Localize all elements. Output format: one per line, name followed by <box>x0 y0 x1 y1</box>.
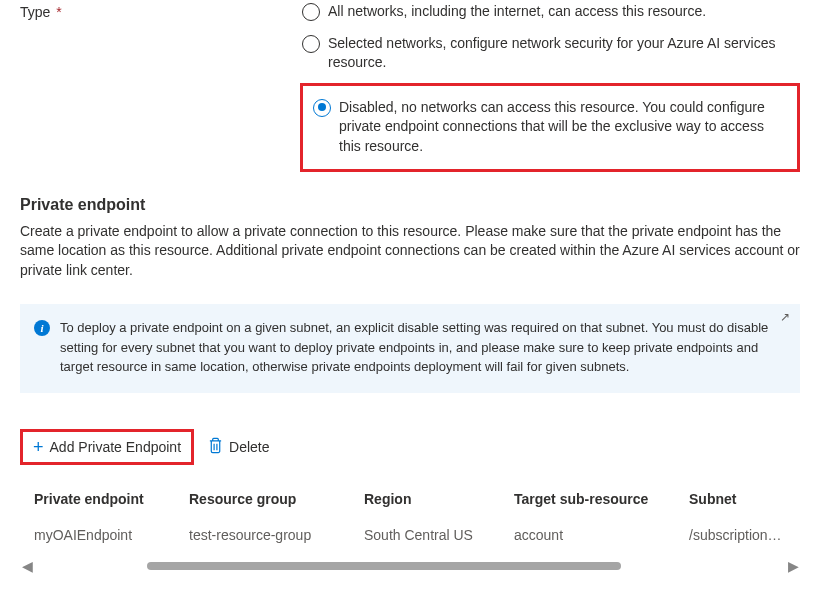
type-field-row: Type * All networks, including the inter… <box>20 0 800 172</box>
delete-button-label: Delete <box>229 439 269 455</box>
radio-circle-icon <box>302 35 320 53</box>
delete-button[interactable]: Delete <box>200 433 277 461</box>
table-row[interactable]: myOAIEndpoint test-resource-group South … <box>20 517 800 553</box>
cell-target: account <box>514 527 689 543</box>
type-label: Type * <box>20 0 300 20</box>
radio-label-all: All networks, including the internet, ca… <box>328 2 798 22</box>
info-banner: i To deploy a private endpoint on a give… <box>20 304 800 393</box>
radio-circle-icon <box>302 3 320 21</box>
info-text: To deploy a private endpoint on a given … <box>60 318 782 377</box>
scroll-right-arrow-icon[interactable]: ▶ <box>786 558 800 574</box>
radio-circle-selected-icon <box>313 99 331 117</box>
info-icon: i <box>34 320 50 336</box>
col-header-target[interactable]: Target sub-resource <box>514 491 689 507</box>
radio-option-selected-networks[interactable]: Selected networks, configure network sec… <box>300 32 800 75</box>
private-endpoint-description: Create a private endpoint to allow a pri… <box>20 222 800 281</box>
private-endpoint-heading: Private endpoint <box>20 196 800 214</box>
radio-option-all-networks[interactable]: All networks, including the internet, ca… <box>300 0 800 24</box>
cell-private-endpoint: myOAIEndpoint <box>34 527 189 543</box>
required-indicator: * <box>56 4 61 20</box>
table-header-row: Private endpoint Resource group Region T… <box>20 481 800 517</box>
private-endpoint-toolbar: + Add Private Endpoint Delete <box>20 429 800 465</box>
private-endpoint-table: Private endpoint Resource group Region T… <box>20 481 800 553</box>
col-header-resource-group[interactable]: Resource group <box>189 491 364 507</box>
col-header-private-endpoint[interactable]: Private endpoint <box>34 491 189 507</box>
cell-subnet: /subscriptions/XXXX- <box>689 527 786 543</box>
add-button-label: Add Private Endpoint <box>50 439 182 455</box>
radio-label-selected: Selected networks, configure network sec… <box>328 34 798 73</box>
trash-icon <box>208 437 223 457</box>
external-link-icon[interactable]: ↗ <box>780 310 790 324</box>
radio-label-disabled: Disabled, no networks can access this re… <box>339 98 787 157</box>
cell-resource-group: test-resource-group <box>189 527 364 543</box>
scroll-track[interactable] <box>34 562 786 570</box>
col-header-region[interactable]: Region <box>364 491 514 507</box>
cell-region: South Central US <box>364 527 514 543</box>
add-private-endpoint-button[interactable]: + Add Private Endpoint <box>20 429 194 465</box>
scroll-thumb[interactable] <box>147 562 621 570</box>
scroll-left-arrow-icon[interactable]: ◀ <box>20 558 34 574</box>
horizontal-scrollbar[interactable]: ◀ ▶ <box>20 557 800 575</box>
col-header-subnet[interactable]: Subnet <box>689 491 786 507</box>
network-type-radio-group: All networks, including the internet, ca… <box>300 0 800 172</box>
radio-option-disabled[interactable]: Disabled, no networks can access this re… <box>300 83 800 172</box>
type-label-text: Type <box>20 4 50 20</box>
plus-icon: + <box>33 438 44 456</box>
